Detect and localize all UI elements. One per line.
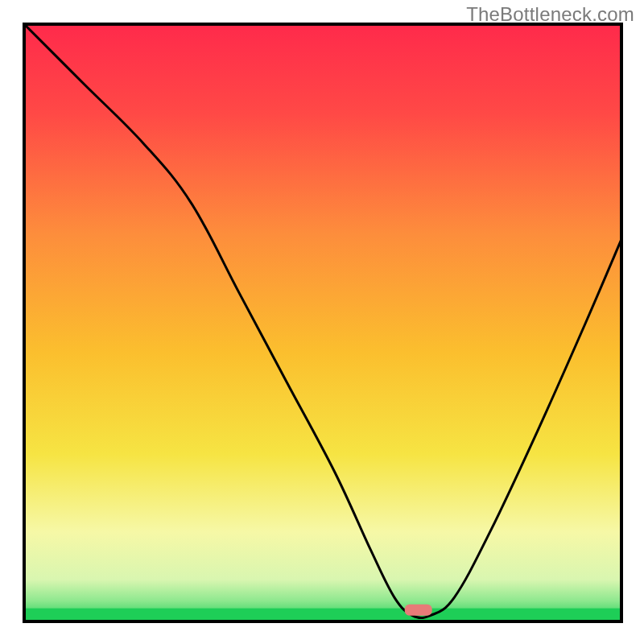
chart-frame: TheBottleneck.com [0, 0, 644, 644]
optimal-marker [405, 605, 432, 616]
chart-svg [0, 0, 644, 644]
green-floor-band [24, 609, 621, 621]
watermark-text: TheBottleneck.com [466, 3, 634, 26]
